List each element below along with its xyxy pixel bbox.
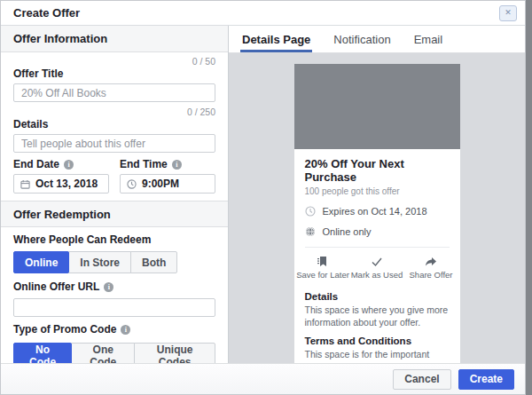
preview-tabs: Details Page Notification Email	[229, 26, 525, 53]
bookmark-icon	[317, 256, 329, 267]
end-date-value: Oct 13, 2018	[35, 178, 98, 190]
offer-title-input[interactable]	[13, 83, 215, 102]
redeem-label: Where People Can Redeem	[13, 234, 215, 246]
create-button[interactable]: Create	[458, 369, 514, 390]
calendar-icon	[20, 179, 30, 189]
expires-row: Expires on Oct 14, 2018	[305, 206, 450, 217]
tab-email[interactable]: Email	[414, 26, 443, 52]
card-actions: Save for Later Mark as Used	[294, 248, 460, 284]
promo-label: Type of Promo Code i	[13, 324, 215, 336]
promo-option-no-code[interactable]: No Code	[13, 343, 72, 363]
offer-image-placeholder	[294, 64, 460, 149]
cancel-button[interactable]: Cancel	[393, 369, 450, 390]
end-date-label: End Date i	[13, 158, 109, 170]
dialog-title: Create Offer	[13, 6, 80, 20]
redeem-option-in-store[interactable]: In Store	[68, 251, 131, 273]
offer-preview-title: 20% Off Your Next Purchase	[305, 157, 450, 184]
end-date-field[interactable]: Oct 13, 2018	[13, 174, 109, 194]
offer-title-label: Offer Title	[13, 67, 215, 80]
offer-form-panel: Offer Information 0 / 50 Offer Title 0 /…	[1, 26, 229, 363]
info-icon[interactable]: i	[121, 325, 130, 335]
preview-terms-body: This space is for the important rules an…	[305, 348, 450, 363]
tab-notification[interactable]: Notification	[333, 26, 390, 52]
share-offer-action: Share Offer	[404, 254, 458, 280]
section-offer-redemption: Offer Redemption	[1, 201, 228, 227]
promo-option-one-code[interactable]: One Code	[71, 343, 135, 363]
dialog-titlebar: Create Offer ✕	[1, 1, 525, 26]
end-time-label: End Time i	[120, 158, 215, 170]
preview-details-body: This space is where you give more inform…	[305, 304, 450, 328]
mark-as-used-action: Mark as Used	[350, 254, 404, 280]
availability-row: Online only	[305, 226, 450, 237]
preview-details-heading: Details	[305, 291, 450, 302]
end-time-value: 9:00PM	[142, 178, 179, 190]
promo-segmented-control: No Code One Code Unique Codes	[13, 343, 215, 363]
check-icon	[371, 257, 383, 267]
promo-option-unique-codes[interactable]: Unique Codes	[134, 343, 215, 363]
redeem-segmented-control: Online In Store Both	[13, 251, 177, 273]
details-counter: 0 / 250	[13, 107, 215, 118]
info-icon[interactable]: i	[172, 160, 182, 170]
preview-area: 20% Off Your Next Purchase 100 people go…	[229, 53, 525, 363]
page-edge-scrollbar	[526, 0, 532, 395]
preview-details-section: Details This space is where you give mor…	[294, 284, 460, 328]
end-time-field[interactable]: 9:00PM	[120, 174, 215, 194]
info-icon[interactable]: i	[104, 282, 113, 292]
preview-terms-section: Terms and Conditions This space is for t…	[294, 328, 460, 363]
offer-information-form: 0 / 50 Offer Title 0 / 250 Details End D…	[1, 52, 228, 201]
details-input[interactable]	[13, 134, 215, 153]
preview-panel: Details Page Notification Email 20% Off …	[229, 26, 525, 363]
dialog-footer: Cancel Create	[1, 363, 525, 394]
globe-icon	[305, 226, 316, 237]
offer-preview-subtitle: 100 people got this offer	[305, 186, 450, 196]
section-offer-information: Offer Information	[1, 26, 228, 52]
redeem-option-both[interactable]: Both	[130, 251, 177, 273]
redeem-option-online[interactable]: Online	[13, 251, 69, 273]
save-for-later-action: Save for Later	[296, 254, 350, 280]
offer-preview-card: 20% Off Your Next Purchase 100 people go…	[294, 64, 460, 363]
close-icon[interactable]: ✕	[499, 5, 517, 21]
tab-details-page[interactable]: Details Page	[242, 26, 310, 52]
clock-icon	[127, 179, 137, 189]
offer-title-counter: 0 / 50	[13, 56, 215, 67]
preview-terms-heading: Terms and Conditions	[305, 336, 450, 346]
info-icon[interactable]: i	[64, 160, 74, 170]
create-offer-dialog: Create Offer ✕ Offer Information 0 / 50 …	[0, 0, 526, 395]
offer-redemption-form: Where People Can Redeem Online In Store …	[1, 227, 228, 363]
online-url-input[interactable]	[13, 298, 215, 317]
online-url-label: Online Offer URL i	[13, 281, 215, 293]
clock-icon	[305, 206, 316, 217]
share-icon	[425, 257, 437, 267]
details-label: Details	[13, 118, 215, 130]
